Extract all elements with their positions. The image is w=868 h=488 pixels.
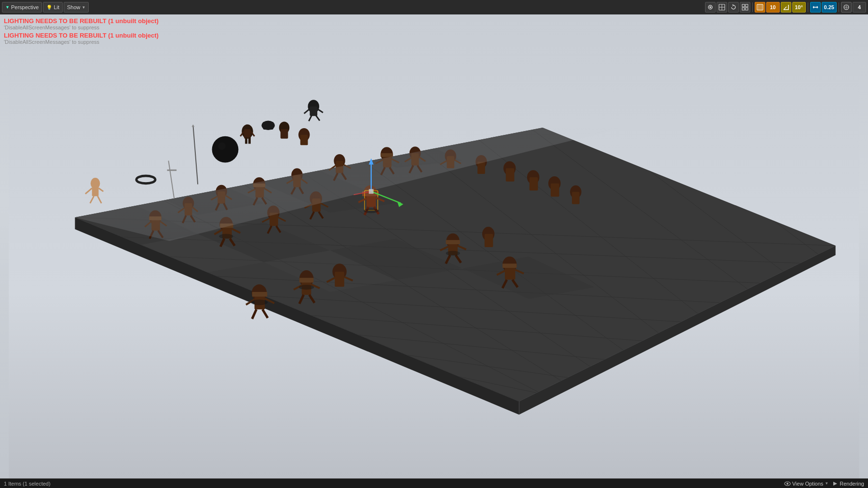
- rendering-icon: [832, 481, 838, 487]
- svg-rect-225: [572, 192, 580, 204]
- svg-rect-70: [263, 122, 273, 130]
- svg-rect-8: [746, 8, 748, 10]
- rendering-label: Rendering: [840, 481, 864, 487]
- suppress-hint: 'DisableAllScreenMessages' to suppress: [4, 39, 159, 45]
- view-options-arrow: ▼: [825, 481, 828, 486]
- svg-point-227: [299, 285, 314, 290]
- camera-icon-btn[interactable]: [705, 2, 716, 13]
- svg-rect-134: [380, 153, 393, 157]
- svg-rect-86: [92, 185, 99, 196]
- rendering-btn[interactable]: Rendering: [832, 481, 864, 487]
- svg-point-74: [218, 142, 226, 150]
- viewport[interactable]: LIGHTING NEEDS TO BE REBUILT (1 unbuilt …: [0, 14, 868, 478]
- svg-rect-197: [299, 278, 313, 283]
- perspective-btn[interactable]: ▼ Perspective: [2, 2, 42, 13]
- rotate-icon-btn[interactable]: [728, 2, 739, 13]
- svg-rect-72: [281, 129, 288, 139]
- warning-overlay: LIGHTING NEEDS TO BE REBUILT (1 unbuilt …: [4, 17, 159, 30]
- svg-marker-234: [833, 482, 837, 486]
- svg-rect-6: [746, 4, 748, 7]
- svg-rect-190: [252, 292, 267, 297]
- snap-icon-btn[interactable]: [755, 2, 765, 13]
- svg-rect-203: [335, 272, 344, 287]
- statusbar-selection: 1 Items (1 selected): [4, 481, 784, 487]
- svg-point-230: [446, 251, 460, 256]
- show-label: Show: [67, 4, 81, 10]
- snap-num1[interactable]: 10: [766, 2, 780, 13]
- svg-rect-66: [248, 137, 251, 144]
- viewport-icon-btn[interactable]: [717, 2, 727, 13]
- svg-point-1: [709, 6, 711, 8]
- statusbar-right: View Options ▼ Rendering: [784, 480, 864, 487]
- svg-rect-65: [245, 137, 247, 144]
- svg-rect-78: [310, 106, 317, 116]
- svg-point-228: [364, 209, 379, 213]
- eye-icon: [784, 480, 791, 487]
- svg-point-73: [212, 136, 239, 163]
- svg-rect-76: [300, 135, 308, 145]
- svg-rect-154: [529, 177, 538, 190]
- sep1: [752, 2, 753, 12]
- show-btn[interactable]: Show ▼: [64, 2, 89, 13]
- svg-rect-217: [502, 264, 516, 268]
- toolbar-right: 10 10° 0.25 4: [705, 2, 866, 13]
- svg-point-233: [787, 483, 788, 485]
- sep3: [839, 2, 839, 12]
- snap-num3[interactable]: 0.25: [822, 2, 837, 13]
- scale-icon-btn[interactable]: [810, 2, 821, 13]
- svg-rect-5: [742, 4, 745, 7]
- lighting-warning-text: LIGHTING NEEDS TO BE REBUILT (1 unbuilt …: [4, 17, 159, 25]
- svg-rect-208: [446, 240, 460, 244]
- lighting-warning: LIGHTING NEEDS TO BE REBUILT (1 unbuilt …: [4, 32, 159, 39]
- scene-viewport[interactable]: [0, 14, 868, 478]
- svg-point-226: [251, 300, 268, 305]
- selection-info: 1 Items (1 selected): [4, 481, 51, 487]
- angle-icon-btn[interactable]: [781, 2, 791, 13]
- view-options-btn[interactable]: View Options ▼: [784, 480, 829, 487]
- warning-messages: LIGHTING NEEDS TO BE REBUILT (1 unbuilt …: [4, 32, 159, 45]
- grid-icon-btn[interactable]: [740, 2, 750, 13]
- suppress-hint-text: 'DisableAllScreenMessages' to suppress: [4, 25, 159, 30]
- sep2: [808, 2, 808, 12]
- perspective-label: Perspective: [11, 4, 39, 10]
- svg-point-229: [219, 234, 233, 239]
- lit-label: Lit: [54, 4, 59, 10]
- view-options-label: View Options: [792, 481, 824, 487]
- lit-btn[interactable]: 💡 Lit: [43, 2, 63, 13]
- svg-rect-152: [506, 168, 515, 181]
- snap-num4[interactable]: 4: [853, 2, 866, 13]
- toolbar: ▼ Perspective 💡 Lit Show ▼ 10 10°: [0, 0, 868, 14]
- coord-icon-btn[interactable]: [841, 2, 852, 13]
- statusbar: 1 Items (1 selected) View Options ▼ Rend…: [0, 478, 868, 488]
- svg-rect-214: [485, 234, 493, 247]
- svg-rect-7: [742, 8, 745, 10]
- svg-rect-223: [551, 184, 559, 197]
- snap-num2[interactable]: 10°: [792, 2, 806, 13]
